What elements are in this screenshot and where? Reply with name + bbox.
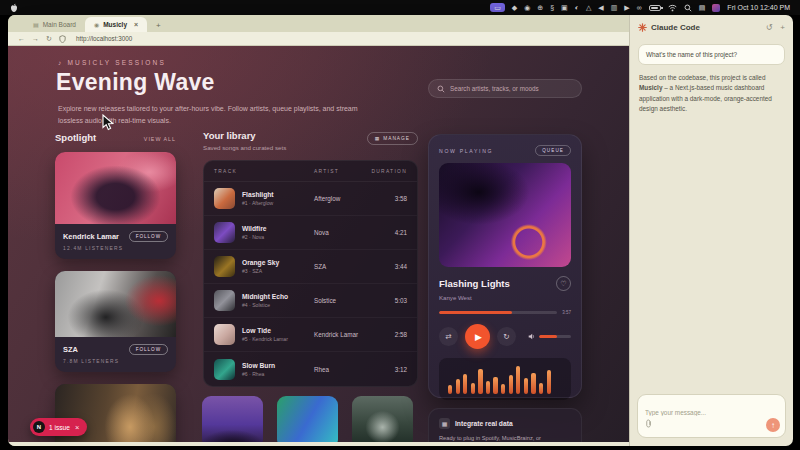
now-playing-art [439,163,571,267]
tab-musicly[interactable]: ◉ Musicly × [85,17,147,32]
up-arrow-icon: ↑ [771,421,775,430]
eq-bar [516,366,520,394]
manage-button[interactable]: ▦ MANAGE [367,132,418,145]
tab-main-board[interactable]: ▤ Main Board [24,17,85,32]
eq-bar [493,377,497,394]
album-art [214,188,235,209]
heart-icon: ♡ [560,280,566,288]
eq-bar [486,381,490,394]
table-row[interactable]: Low Tide#5 · Kendrick Lamar Kendrick Lam… [204,318,417,352]
like-button[interactable]: ♡ [556,276,571,291]
contrast-icon[interactable]: ◐ [575,4,579,11]
close-tab-icon[interactable]: × [134,21,138,28]
artist-name: Kendrick Lamar [63,232,119,241]
user-message: What's the name of this project? [638,44,785,65]
playlist-thumb[interactable] [202,396,263,442]
integrate-icon: ▦ [439,418,450,429]
message-input[interactable] [645,409,758,416]
claude-panel-title: Claude Code [651,23,758,32]
search-bar[interactable] [428,79,582,98]
column-track: TRACK [214,169,314,174]
playlist-thumb[interactable] [352,396,413,442]
shuffle-button[interactable]: ⇄ [439,327,458,346]
assistant-response: Based on the codebase, this project is c… [639,73,784,114]
integrate-body: Ready to plug in Spotify, MusicBrainz, o… [439,434,571,442]
spotlight-section: Spotlight VIEW ALL Kendrick Lamar FOLLOW… [55,132,176,442]
spotlight-card-sza[interactable]: SZA FOLLOW 7.8M LISTENERS [55,271,176,372]
volume-icon[interactable] [528,333,535,340]
view-all-link[interactable]: VIEW ALL [144,136,176,142]
record-icon[interactable]: ◉ [524,4,530,11]
table-row[interactable]: Midnight Echo#4 · Solstice Solstice 5:03 [204,284,417,318]
table-row[interactable]: Slow Burn#6 · Rhea Rhea 3:12 [204,352,417,386]
sound-icon[interactable]: ◀ [598,4,603,11]
close-icon[interactable]: × [75,423,79,432]
apple-icon[interactable] [10,3,18,13]
attachment-icon[interactable] [645,414,652,432]
claude-code-panel: Claude Code ↺ + What's the name of this … [629,15,793,446]
wifi-icon[interactable] [668,4,677,12]
album-art [214,256,235,277]
spotlight-heading: Spotlight [55,132,96,143]
integrate-heading: Integrate real data [455,420,513,427]
library-table: TRACK ARTIST DURATION Flashlight#1 · Aft… [203,160,418,387]
table-row[interactable]: Orange Sky#3 · SZA SZA 3:44 [204,250,417,284]
progress-bar[interactable] [439,311,557,314]
display-icon[interactable]: ▣ [561,4,568,11]
message-input-box[interactable]: ↑ [637,394,786,438]
tool-icon[interactable]: ◆ [512,4,517,11]
triangle-icon[interactable]: △ [586,4,591,11]
nextjs-issue-badge[interactable]: N 1 issue × [30,418,87,436]
glasses-icon[interactable]: ∞ [637,4,642,11]
battery-icon[interactable] [649,5,661,11]
new-tab-button[interactable]: + [156,21,161,32]
follow-button[interactable]: FOLLOW [129,344,168,355]
browser-area: ▤ Main Board ◉ Musicly × + ← → ↻ http://… [8,15,629,446]
browser-toolbar: ← → ↻ http://localhost:3000 [8,32,629,46]
app-icon[interactable] [712,4,720,12]
library-heading: Your library [203,130,286,141]
forward-icon[interactable]: → [32,35,39,42]
back-icon[interactable]: ← [18,35,25,42]
shield-icon[interactable] [59,35,66,43]
volume-slider[interactable] [539,335,571,338]
library-subheading: Saved songs and curated sets [203,144,286,151]
new-chat-icon[interactable]: + [780,23,785,32]
tab-bar: ▤ Main Board ◉ Musicly × + [8,15,629,32]
eyebrow-label: MUSICLY SESSIONS [67,59,166,66]
album-art [214,222,235,243]
queue-button[interactable]: QUEUE [535,145,571,156]
spotlight-card-kendrick[interactable]: Kendrick Lamar FOLLOW 12.4M LISTENERS [55,152,176,259]
track-time: 3:57 [562,310,571,315]
stage-manager-icon[interactable]: ▥ [611,4,618,11]
address-bar[interactable]: http://localhost:3000 [76,35,132,42]
play-status-icon[interactable]: ▶ [624,4,629,11]
history-icon[interactable]: ↺ [766,23,773,32]
send-button[interactable]: ↑ [766,418,780,432]
artist-name: SZA [63,345,78,354]
play-icon: ▶ [475,332,482,342]
follow-button[interactable]: FOLLOW [129,231,168,242]
eq-bar [471,383,475,394]
repeat-button[interactable]: ↻ [497,327,516,346]
playlist-thumb[interactable] [277,396,338,442]
integrate-card: ▦ Integrate real data Ready to plug in S… [428,408,582,442]
globe-icon[interactable]: ⊕ [537,4,543,11]
macos-menubar: ▭◆◉⊕§▣◐△◀▥▶∞ ▤ Fri Oct 10 12:40 PM [0,0,800,15]
search-input[interactable] [450,85,573,92]
artist-photo [55,152,176,224]
app-eyebrow: ♪ MUSICLY SESSIONS [58,59,166,66]
table-row[interactable]: Flashlight#1 · Afterglow Afterglow 3:58 [204,182,417,216]
settings-icon[interactable]: § [550,4,554,11]
table-row[interactable]: Wildfire#2 · Nova Nova 4:21 [204,216,417,250]
album-art [214,324,235,345]
reload-icon[interactable]: ↻ [46,35,52,43]
screen-mirroring-icon[interactable]: ▭ [490,3,505,12]
track-artist: Kanye West [439,294,571,301]
keyboard-icon[interactable]: ▤ [699,4,706,11]
menubar-clock[interactable]: Fri Oct 10 12:40 PM [727,4,790,11]
play-button[interactable]: ▶ [465,324,490,349]
spotlight-search-icon[interactable] [684,4,692,12]
listener-count: 12.4M LISTENERS [63,246,168,251]
eq-bar [547,370,551,394]
